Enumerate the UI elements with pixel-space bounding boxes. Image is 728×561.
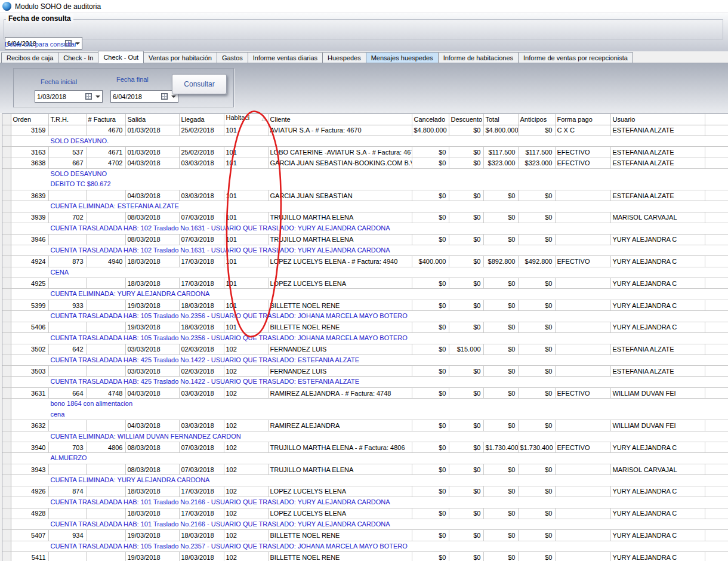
filler-cell [705, 530, 728, 541]
table-row[interactable]: 492518/03/201817/03/2018101LOPEZ LUCELYS… [2, 278, 728, 289]
fecha-consulta-groupbox: Fecha de consulta [4, 19, 723, 39]
row-indicator [2, 223, 11, 235]
tab-informe-de-ventas-por-recepcionista[interactable]: Informe de ventas por recepcionista [518, 52, 633, 63]
consulta-panel: Fecha de consulta 6/04/2018 Doble clic p… [0, 13, 728, 51]
table-row[interactable]: 540619/03/201818/03/2018101BILLETTE NOEL… [2, 322, 728, 332]
note-row[interactable]: CUENTA TRASLADADA HAB: 101 Traslado No.2… [2, 519, 728, 530]
tab-huespedes[interactable]: Huespedes [322, 52, 366, 63]
table-row[interactable]: 363904/03/201803/03/2018101GARCIA JUAN S… [2, 190, 728, 201]
table-row[interactable]: 3159467001/03/201825/02/2018101AVIATUR S… [2, 125, 728, 135]
tab-informe-de-habitaciones[interactable]: Informe de habitaciones [438, 52, 519, 63]
row-indicator [2, 158, 11, 168]
column-header-llegada[interactable]: Llegada [179, 114, 224, 125]
tab-check-out[interactable]: Check - Out [98, 51, 144, 63]
fecha-inicial-picker[interactable]: 1/03/2018 [35, 90, 103, 103]
filler-cell [705, 486, 728, 497]
row-indicator [2, 344, 11, 355]
note-row[interactable]: CUENTA TRASLADADA HAB: 105 Traslado No.2… [2, 332, 728, 344]
doble-clic-hint: Doble clic para consultar [5, 41, 76, 48]
row-indicator [2, 245, 11, 256]
filler-cell [705, 125, 728, 135]
column-header-anticipos[interactable]: Anticipos [518, 114, 555, 125]
note-row[interactable]: CUENTA ELIMINADA: ESTEFANIA ALZATE [2, 201, 728, 212]
column-header-habitaci[interactable]: Habitaci△ [224, 114, 268, 125]
table-row[interactable]: 393970208/03/201807/03/2018101TRUJILLO M… [2, 212, 728, 223]
note-row[interactable]: CUENTA TRASLADADA HAB: 101 Traslado No.2… [2, 497, 728, 508]
column-header-cliente[interactable]: Cliente [268, 114, 412, 125]
table-row[interactable]: 350264203/03/201802/03/2018102FERNANDEZ … [2, 344, 728, 355]
note-row[interactable]: CUENTA TRASLADADA HAB: 425 Traslado No.1… [2, 355, 728, 366]
table-row[interactable]: 350303/03/201802/03/2018102FERNANDEZ LUI… [2, 366, 728, 377]
table-row[interactable]: 363204/03/201803/03/2018102RAMIREZ ALEJA… [2, 420, 728, 431]
table-row[interactable]: 540793419/03/201818/03/2018102BILLETTE N… [2, 530, 728, 541]
column-header-total[interactable]: Total [483, 114, 518, 125]
calendar-icon[interactable] [161, 93, 168, 100]
table-row[interactable]: 3638667470204/03/201803/03/2018101GARCIA… [2, 158, 728, 168]
window-titlebar: Modulo SOHO de auditoria [0, 0, 728, 13]
consultar-button[interactable]: Consultar [172, 74, 227, 94]
note-row[interactable]: bono 1864 con alimentacioncena [2, 399, 728, 420]
tab-informe-ventas-diarias[interactable]: Informe ventas diarias [248, 52, 323, 63]
note-row[interactable]: ALMUERZO [2, 453, 728, 464]
fecha-inicial-label: Fecha inicial [41, 78, 77, 85]
tab-ventas-por-habitaci-n[interactable]: Ventas por habitación [143, 52, 217, 63]
filler-cell [705, 464, 728, 475]
row-indicator [2, 519, 11, 530]
note-text: CUENTA ELIMINADA: ESTEFANIA ALZATE [11, 201, 728, 212]
table-row[interactable]: 394608/03/201807/03/2018101TRUJILLO MART… [2, 234, 728, 245]
note-row[interactable]: CUENTA TRASLADADA HAB: 102 Traslado No.1… [2, 245, 728, 256]
table-row[interactable]: 541119/03/201818/03/2018102BILLETTE NOEL… [2, 552, 728, 561]
table-row[interactable]: 4924873494018/03/201817/03/2018101LOPEZ … [2, 256, 728, 267]
checkout-table: OrdenT.R.H.# FacturaSalidaLlegadaHabitac… [2, 114, 728, 561]
note-row[interactable]: CUENTA ELIMINADA: YURY ALEJANDRA CARDONA [2, 289, 728, 300]
table-row[interactable]: 492687418/03/201817/03/2018102LOPEZ LUCE… [2, 486, 728, 497]
filler-cell [705, 256, 728, 267]
filler-cell [705, 442, 728, 453]
note-row[interactable]: CENA [2, 267, 728, 278]
column-header-t-r-h[interactable]: T.R.H. [48, 114, 86, 125]
row-indicator [2, 355, 11, 366]
tab-gastos[interactable]: Gastos [217, 52, 248, 63]
column-header-usuario[interactable]: Usuario [610, 114, 705, 125]
column-header-orden[interactable]: Orden [11, 114, 48, 125]
fecha-final-picker[interactable]: 6/04/2018 [110, 90, 178, 103]
note-text: SOLO DESAYUNO. [11, 135, 728, 147]
row-indicator [2, 322, 11, 332]
filler-cell [705, 190, 728, 201]
row-indicator [2, 234, 11, 245]
row-indicator [2, 201, 11, 212]
note-text: CUENTA TRASLADADA HAB: 425 Traslado No.1… [11, 355, 728, 366]
row-indicator [2, 530, 11, 541]
note-row[interactable]: SOLO DESAYUNODEBITO TC $80.672 [2, 168, 728, 190]
note-row[interactable]: CUENTA TRASLADADA HAB: 105 Traslado No.2… [2, 541, 728, 552]
note-row[interactable]: CUENTA TRASLADADA HAB: 102 Traslado No.1… [2, 223, 728, 235]
row-indicator [2, 464, 11, 475]
table-row[interactable]: 539993319/03/201818/03/2018101BILLETTE N… [2, 300, 728, 310]
table-row[interactable]: 394308/03/201807/03/2018102TRUJILLO MART… [2, 464, 728, 475]
chevron-down-icon[interactable] [171, 95, 176, 100]
table-row[interactable]: 492818/03/201817/03/2018102LOPEZ LUCELYS… [2, 508, 728, 519]
tab-mensajes-huespedes[interactable]: Mensajes huespedes [366, 52, 439, 63]
column-header-cancelado[interactable]: Cancelado [412, 114, 449, 125]
note-row[interactable]: CUENTA TRASLADADA HAB: 105 Traslado No.2… [2, 311, 728, 322]
row-indicator [2, 256, 11, 267]
note-row[interactable]: CUENTA ELIMINADA: WILLIAM DUVAN FERNANDE… [2, 431, 728, 442]
column-header-salida[interactable]: Salida [125, 114, 179, 125]
row-indicator [2, 475, 11, 486]
filler-cell [705, 552, 728, 561]
table-row[interactable]: 3940703480608/03/201807/03/2018102TRUJIL… [2, 442, 728, 453]
column-header-factura[interactable]: # Factura [86, 114, 125, 125]
note-text: CENA [11, 267, 728, 278]
tab-recibos-de-caja[interactable]: Recibos de caja [1, 52, 58, 63]
note-row[interactable]: CUENTA TRASLADADA HAB: 425 Traslado No.1… [2, 377, 728, 388]
calendar-icon[interactable] [85, 93, 92, 100]
chevron-down-icon[interactable] [95, 95, 100, 100]
note-row[interactable]: SOLO DESAYUNO. [2, 135, 728, 147]
filler-cell [705, 158, 728, 168]
column-header-forma-pago[interactable]: Forma pago [555, 114, 610, 125]
table-row[interactable]: 3163537467101/03/201825/02/2018101LOBO C… [2, 147, 728, 158]
table-row[interactable]: 3631664474804/03/201803/03/2018102RAMIRE… [2, 388, 728, 399]
tab-check-in[interactable]: Check - In [58, 52, 98, 63]
column-header-descuento[interactable]: Descuento [449, 114, 483, 125]
note-row[interactable]: CUENTA ELIMINADA: YURY ALEJANDRA CARDONA [2, 475, 728, 486]
